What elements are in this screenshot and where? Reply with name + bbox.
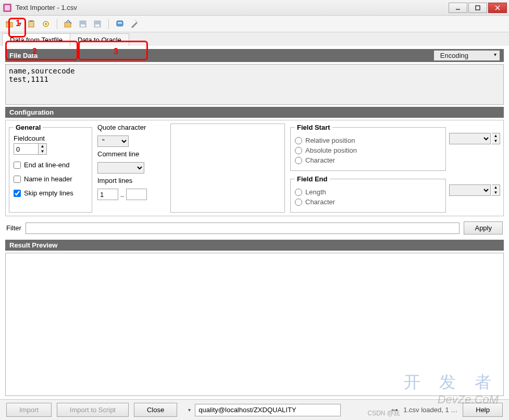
- titlebar: Text Importer - 1.csv: [0, 0, 509, 16]
- import-lines-to[interactable]: [126, 189, 147, 200]
- toolbar: ▼: [0, 16, 509, 32]
- import-lines-from[interactable]: [97, 189, 118, 200]
- connection-combo[interactable]: quality@localhost/ZXDQUALITY: [195, 404, 341, 416]
- fe-character-label: Character: [305, 198, 335, 206]
- field-start-group: Field Start Relative position Absolute p…: [290, 123, 446, 171]
- field-start-legend: Field Start: [295, 123, 332, 131]
- watermark-cn: 开 发 者: [404, 371, 499, 394]
- comment-line-select[interactable]: [97, 162, 144, 174]
- app-icon: [2, 3, 13, 13]
- svg-rect-12: [65, 22, 71, 27]
- filter-row: Filter Apply: [5, 218, 504, 238]
- new-definition-icon[interactable]: [114, 18, 126, 30]
- general-legend: General: [14, 123, 43, 131]
- minimize-button[interactable]: [449, 3, 467, 13]
- field-start-spinner[interactable]: ▲▼: [492, 133, 500, 144]
- quote-character-label: Quote character: [97, 123, 165, 131]
- paste-icon[interactable]: [26, 18, 37, 30]
- annotation-box-2: [5, 41, 78, 60]
- fs-character-label: Character: [305, 156, 335, 164]
- close-button[interactable]: [488, 3, 507, 13]
- window-title: Text Importer - 1.csv: [16, 4, 449, 11]
- svg-rect-1: [5, 5, 10, 10]
- annotation-label-1: 1: [16, 19, 20, 28]
- maximize-button[interactable]: [468, 3, 487, 13]
- general-group: General Fieldcount ▲▼ End at line-end Na…: [9, 123, 92, 213]
- filter-input[interactable]: [26, 223, 460, 234]
- close-dialog-button[interactable]: Close: [134, 403, 177, 417]
- fieldcount-input[interactable]: [14, 143, 39, 155]
- wizard-icon[interactable]: [129, 18, 140, 30]
- svg-rect-18: [118, 22, 122, 23]
- relative-position-radio[interactable]: [295, 137, 302, 144]
- bottom-bar: Import Import to Script Close quality@lo…: [0, 399, 509, 420]
- apply-button[interactable]: Apply: [464, 221, 503, 234]
- skip-empty-lines-checkbox[interactable]: [14, 190, 21, 197]
- result-preview-header: Result Preview: [5, 240, 504, 251]
- options-icon[interactable]: [40, 18, 52, 30]
- import-lines-label: Import lines: [97, 177, 165, 184]
- svg-point-20: [135, 20, 136, 21]
- fieldcount-spinner[interactable]: ▲▼: [39, 143, 47, 155]
- watermark-site: DevZe.CoM: [438, 393, 499, 406]
- fs-character-radio[interactable]: [295, 157, 302, 164]
- length-radio[interactable]: [295, 189, 302, 196]
- svg-rect-3: [476, 6, 480, 10]
- configuration-body: General Fieldcount ▲▼ End at line-end Na…: [5, 120, 504, 216]
- field-end-value[interactable]: [449, 184, 491, 196]
- watermark-csdn: CSDN @我: [367, 409, 400, 418]
- absolute-position-label: Absolute position: [305, 146, 357, 154]
- import-button[interactable]: Import: [6, 403, 52, 417]
- filter-label: Filter: [6, 224, 21, 232]
- fe-character-radio[interactable]: [295, 199, 302, 206]
- skip-empty-lines-label: Skip empty lines: [24, 189, 73, 197]
- field-end-legend: Field End: [295, 175, 330, 183]
- annotation-box-3: [78, 41, 148, 60]
- save-as-icon[interactable]: [92, 18, 103, 30]
- comment-line-label: Comment line: [97, 150, 165, 158]
- absolute-position-radio[interactable]: [295, 147, 302, 154]
- relative-position-label: Relative position: [305, 137, 355, 144]
- import-to-script-button[interactable]: Import to Script: [57, 403, 129, 417]
- quote-character-select[interactable]: ": [97, 135, 129, 147]
- quote-group: Quote character " Comment line Import li…: [97, 123, 165, 213]
- open-definition-icon[interactable]: [63, 18, 74, 30]
- annotation-label-2: 2: [32, 47, 37, 56]
- annotation-label-3: 3: [114, 47, 118, 56]
- fieldcount-label: Fieldcount: [14, 134, 88, 142]
- file-data-content: name,sourcecode test,1111: [5, 64, 504, 105]
- field-list[interactable]: [170, 123, 285, 213]
- name-in-header-checkbox[interactable]: [14, 176, 21, 183]
- svg-rect-16: [95, 24, 100, 27]
- import-lines-sep: ..: [120, 191, 124, 199]
- length-label: Length: [305, 188, 326, 196]
- svg-point-11: [45, 23, 47, 25]
- configuration-header: Configuration: [5, 107, 504, 118]
- status-text: 1.csv loaded, 1 …: [403, 406, 457, 414]
- save-icon[interactable]: [77, 18, 89, 30]
- svg-rect-9: [30, 20, 33, 22]
- field-start-value[interactable]: [449, 133, 491, 144]
- end-at-line-end-checkbox[interactable]: [14, 162, 21, 169]
- name-in-header-label: Name in header: [24, 175, 72, 183]
- svg-point-19: [136, 21, 138, 22]
- field-end-spinner[interactable]: ▲▼: [492, 184, 500, 196]
- end-at-line-end-label: End at line-end: [24, 161, 69, 169]
- svg-rect-14: [81, 24, 85, 27]
- field-end-group: Field End Length Character: [290, 175, 446, 213]
- encoding-dropdown[interactable]: Encoding: [434, 51, 500, 60]
